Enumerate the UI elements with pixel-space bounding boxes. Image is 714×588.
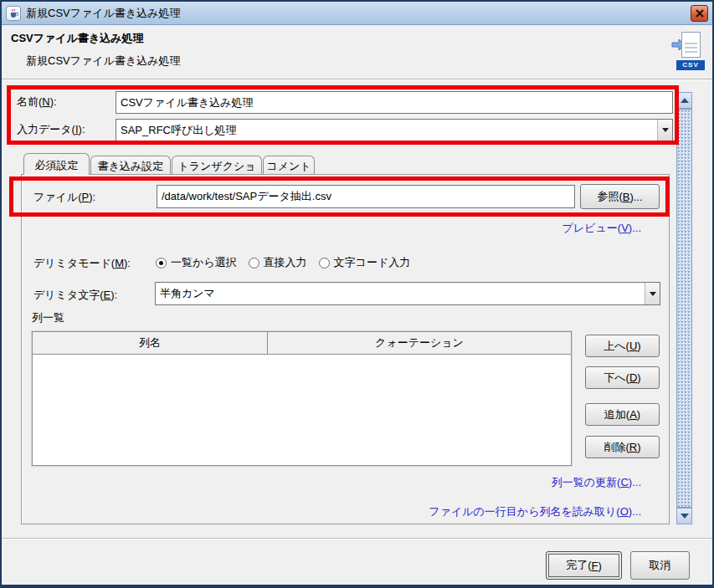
add-button[interactable]: 追加(A) bbox=[585, 403, 660, 426]
close-icon bbox=[696, 9, 704, 18]
move-up-button[interactable]: 上へ(U) bbox=[585, 335, 660, 357]
column-list-label: 列一覧 bbox=[32, 310, 64, 325]
tab-transaction[interactable]: トランザクション bbox=[172, 156, 262, 174]
input-data-label: 入力データ(I): bbox=[17, 122, 85, 137]
read-first-row-link[interactable]: ファイルの一行目から列名を読み取り(O)... bbox=[429, 504, 641, 519]
scroll-down-button[interactable] bbox=[676, 508, 692, 524]
tab-required-settings[interactable]: 必須設定 bbox=[23, 153, 90, 175]
radio-unchecked-icon bbox=[249, 258, 259, 268]
finish-button[interactable]: 完了(F) bbox=[546, 551, 622, 580]
titlebar: 新規CSVファイル書き込み処理 bbox=[2, 2, 712, 25]
delimiter-char-label: デリミタ文字(E): bbox=[33, 288, 117, 303]
page-subtitle: 新規CSVファイル書き込み処理 bbox=[26, 54, 181, 69]
refresh-columns-link[interactable]: 列一覧の更新(C)... bbox=[552, 475, 641, 490]
column-table-body[interactable] bbox=[33, 355, 571, 465]
close-button[interactable] bbox=[691, 5, 708, 22]
delimiter-char-select[interactable]: 半角カンマ bbox=[155, 282, 660, 305]
vertical-scrollbar[interactable] bbox=[676, 92, 692, 524]
footer-separator bbox=[2, 538, 712, 539]
tab-comment[interactable]: コメント bbox=[263, 156, 315, 174]
input-data-select[interactable]: SAP_RFC呼び出し処理 bbox=[116, 119, 673, 141]
delimiter-char-value: 半角カンマ bbox=[160, 283, 215, 304]
column-header-name[interactable]: 列名 bbox=[33, 332, 268, 354]
csv-file-icon: CSV bbox=[671, 32, 706, 70]
scroll-up-button[interactable] bbox=[676, 92, 692, 109]
chevron-down-icon bbox=[681, 514, 689, 519]
chevron-down-icon bbox=[657, 120, 672, 141]
column-table-header: 列名 クォーテーション bbox=[33, 332, 571, 355]
document-icon bbox=[681, 32, 701, 58]
delimiter-mode-group: 一覧から選択 直接入力 文字コード入力 bbox=[156, 255, 410, 270]
radio-select-from-list[interactable]: 一覧から選択 bbox=[156, 255, 237, 270]
file-path-input[interactable] bbox=[157, 185, 575, 208]
radio-unchecked-icon bbox=[319, 258, 330, 268]
java-app-icon bbox=[6, 6, 21, 21]
chevron-up-icon bbox=[681, 98, 689, 103]
window-title: 新規CSVファイル書き込み処理 bbox=[26, 6, 181, 21]
dialog-window: 新規CSVファイル書き込み処理 CSVファイル書き込み処理 新規CSVファイル書… bbox=[0, 0, 714, 588]
scrollbar-thumb[interactable] bbox=[676, 109, 692, 508]
column-table: 列名 クォーテーション bbox=[32, 331, 572, 466]
input-data-value: SAP_RFC呼び出し処理 bbox=[121, 120, 237, 141]
csv-badge: CSV bbox=[676, 60, 705, 70]
file-label: ファイル(P): bbox=[33, 190, 95, 205]
move-down-button[interactable]: 下へ(D) bbox=[585, 366, 660, 389]
radio-checked-icon bbox=[156, 258, 167, 268]
delimiter-mode-label: デリミタモード(M): bbox=[33, 256, 131, 271]
delete-button[interactable]: 削除(R) bbox=[585, 436, 660, 458]
page-title: CSVファイル書き込み処理 bbox=[11, 31, 144, 46]
tab-write-settings[interactable]: 書き込み設定 bbox=[90, 156, 171, 174]
header-separator bbox=[2, 79, 712, 80]
chevron-down-icon bbox=[645, 283, 660, 304]
browse-button[interactable]: 参照(B)... bbox=[580, 184, 660, 209]
name-input[interactable] bbox=[116, 91, 673, 114]
radio-direct-input[interactable]: 直接入力 bbox=[249, 255, 307, 270]
column-header-quotation[interactable]: クォーテーション bbox=[268, 332, 571, 354]
name-label: 名前(N): bbox=[17, 95, 57, 110]
cancel-button[interactable]: 取消 bbox=[630, 551, 690, 580]
preview-link[interactable]: プレビュー(V)... bbox=[562, 221, 641, 236]
radio-char-code-input[interactable]: 文字コード入力 bbox=[319, 255, 411, 270]
